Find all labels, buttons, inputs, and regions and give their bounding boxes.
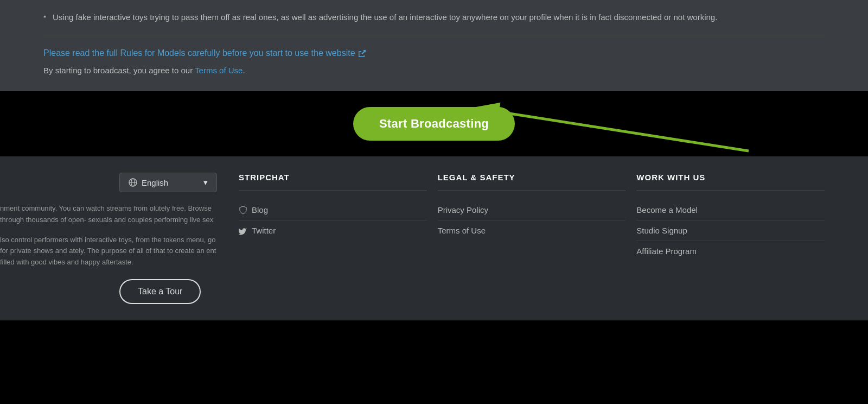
divider — [43, 35, 825, 35]
footer-col-title-legal: LEGAL & SAFETY — [438, 173, 626, 182]
dropdown-chevron: ▾ — [203, 178, 208, 187]
footer-link-affiliate[interactable]: Affiliate Program — [636, 241, 825, 261]
footer-desc-2: lso control performers with interactive … — [0, 235, 217, 268]
shield-icon — [239, 206, 247, 214]
bullet-dot: ▪ — [43, 12, 46, 21]
external-link-icon — [358, 49, 366, 58]
language-label: English — [142, 178, 168, 187]
start-broadcasting-button[interactable]: Start Broadcasting — [353, 107, 515, 141]
footer-link-terms[interactable]: Terms of Use — [438, 220, 626, 241]
language-selector[interactable]: English ▾ — [119, 173, 217, 192]
footer-col-stripchat: STRIPCHAT Blog Twitter — [228, 173, 427, 304]
twitter-icon — [239, 226, 247, 235]
take-tour-button[interactable]: Take a Tour — [119, 279, 201, 304]
broadcast-section: Start Broadcasting — [0, 91, 868, 156]
footer-link-blog[interactable]: Blog — [239, 200, 427, 220]
blog-label: Blog — [252, 205, 268, 214]
globe-icon — [129, 178, 137, 187]
footer-col-divider-legal — [438, 191, 626, 191]
top-panel: ▪ Using fake interactive toys trying to … — [0, 0, 868, 91]
footer-col-divider-work — [636, 191, 825, 191]
footer: English ▾ nment community. You can watch… — [0, 156, 868, 320]
bullet-item: ▪ Using fake interactive toys trying to … — [43, 0, 825, 24]
footer-left: English ▾ nment community. You can watch… — [0, 173, 228, 304]
footer-desc-1: nment community. You can watch streams f… — [0, 203, 217, 226]
footer-col-title-stripchat: STRIPCHAT — [239, 173, 427, 182]
footer-link-twitter[interactable]: Twitter — [239, 220, 427, 241]
footer-col-legal: LEGAL & SAFETY Privacy Policy Terms of U… — [427, 173, 626, 304]
footer-link-studio-signup[interactable]: Studio Signup — [636, 220, 825, 241]
twitter-label: Twitter — [252, 226, 276, 235]
svg-line-1 — [499, 112, 749, 151]
terms-of-use-link[interactable]: Terms of Use — [195, 66, 242, 75]
rules-link[interactable]: Please read the full Rules for Models ca… — [43, 48, 825, 58]
footer-col-divider — [239, 191, 427, 191]
bullet-text: Using fake interactive toys trying to pa… — [53, 11, 717, 24]
agree-text: By starting to broadcast, you agree to o… — [43, 66, 825, 75]
footer-col-title-work: WORK WITH US — [636, 173, 825, 182]
footer-link-privacy[interactable]: Privacy Policy — [438, 200, 626, 220]
footer-col-work: WORK WITH US Become a Model Studio Signu… — [626, 173, 825, 304]
footer-link-become-model[interactable]: Become a Model — [636, 200, 825, 220]
